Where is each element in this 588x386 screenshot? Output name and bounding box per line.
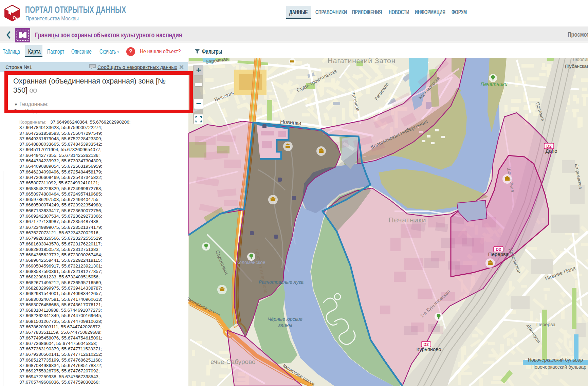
svg-text:Разнотравные луга: Разнотравные луга <box>259 279 304 285</box>
svg-text:глины: глины <box>278 323 292 328</box>
svg-text:Люблино: Люблино <box>573 58 588 62</box>
svg-text:Чёрные юрские: Чёрные юрские <box>268 316 302 322</box>
svg-text:D2: D2 <box>423 342 429 347</box>
svg-text:Перерва: Перерва <box>536 322 555 327</box>
svg-text:Новочеркасский бульвар: Новочеркасский бульвар <box>528 357 583 363</box>
svg-text:D2: D2 <box>496 247 501 252</box>
svg-text:Нагатинский Затон: Нагатинский Затон <box>328 58 396 65</box>
svg-text:ОД: ОД <box>13 15 19 21</box>
svg-text:Печатники: Печатники <box>481 81 508 87</box>
svg-text:D2: D2 <box>546 144 552 149</box>
svg-text:ечье-Сабурово: ечье-Сабурово <box>210 358 255 365</box>
svg-text:Печатники: Печатники <box>388 216 426 224</box>
svg-text:(Кубанская: (Кубанская <box>565 63 588 69</box>
svg-text:Новочеркасский бульвар: Новочеркасский бульвар <box>531 364 586 370</box>
